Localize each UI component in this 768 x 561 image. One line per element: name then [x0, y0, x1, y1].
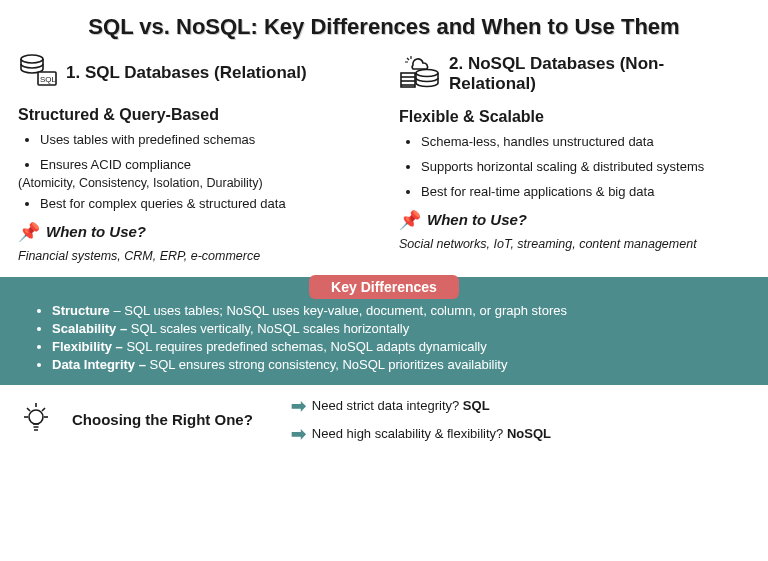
choice-sql: ➡ Need strict data integrity? SQL [291, 395, 551, 417]
when-to-use-label: When to Use? [46, 223, 146, 240]
arrow-right-icon: ➡ [291, 423, 306, 445]
key-differences-badge: Key Differences [309, 275, 459, 299]
database-cloud-icon [399, 55, 441, 93]
sql-heading: 1. SQL Databases (Relational) [66, 63, 307, 83]
nosql-examples: Social networks, IoT, streaming, content… [399, 237, 750, 251]
choosing-section: Choosing the Right One? ➡ Need strict da… [18, 395, 750, 445]
sql-subhead: Structured & Query-Based [18, 106, 369, 124]
svg-point-8 [29, 410, 43, 424]
nosql-heading: 2. NoSQL Databases (Non-Relational) [449, 54, 750, 94]
svg-line-13 [42, 408, 45, 411]
svg-point-0 [21, 55, 43, 63]
svg-text:SQL: SQL [40, 75, 57, 84]
sql-examples: Financial systems, CRM, ERP, e-commerce [18, 249, 369, 263]
page-title: SQL vs. NoSQL: Key Differences and When … [18, 14, 750, 40]
choice-nosql: ➡ Need high scalability & flexibility? N… [291, 423, 551, 445]
acid-note: (Atomicity, Consistency, Isolation, Dura… [18, 176, 369, 190]
key-differences-panel: Key Differences Structure – SQL uses tab… [0, 277, 768, 385]
nosql-bullet: Best for real-time applications & big da… [421, 184, 750, 201]
pushpin-icon: 📌 [18, 221, 40, 243]
keydiff-item: Structure – SQL uses tables; NoSQL uses … [52, 303, 738, 318]
keydiff-item: Flexibility – SQL requires predefined sc… [52, 339, 738, 354]
svg-line-12 [27, 408, 30, 411]
sql-bullet: Best for complex queries & structured da… [40, 196, 369, 213]
nosql-subhead: Flexible & Scalable [399, 108, 750, 126]
arrow-right-icon: ➡ [291, 395, 306, 417]
nosql-bullet: Supports horizontal scaling & distribute… [421, 159, 750, 176]
sql-bullet: Uses tables with predefined schemas [40, 132, 369, 149]
sql-bullet: Ensures ACID compliance [40, 157, 369, 174]
choosing-label: Choosing the Right One? [72, 411, 253, 428]
svg-point-3 [416, 70, 438, 77]
when-to-use-label: When to Use? [427, 211, 527, 228]
nosql-bullet: Schema-less, handles unstructured data [421, 134, 750, 151]
sql-column: SQL 1. SQL Databases (Relational) Struct… [18, 54, 369, 263]
keydiff-item: Data Integrity – SQL ensures strong cons… [52, 357, 738, 372]
pushpin-icon: 📌 [399, 209, 421, 231]
keydiff-item: Scalability – SQL scales vertically, NoS… [52, 321, 738, 336]
database-sql-icon: SQL [18, 54, 58, 92]
lightbulb-icon [18, 400, 54, 440]
nosql-column: 2. NoSQL Databases (Non-Relational) Flex… [399, 54, 750, 263]
